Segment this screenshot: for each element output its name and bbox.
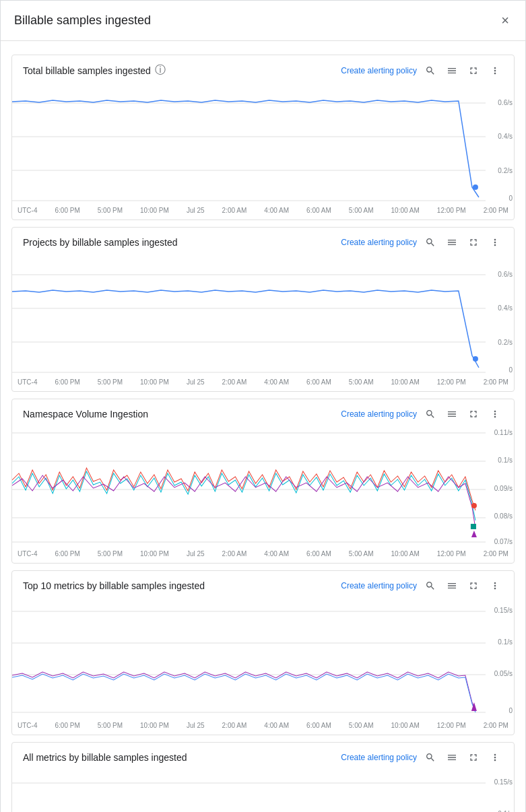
- dialog-title: Billable samples ingested: [14, 13, 151, 28]
- svg-point-9: [473, 356, 478, 362]
- chart-panel-1: Total billable samples ingested ⓘ Create…: [11, 55, 515, 220]
- chart-inner-3: 0.11/s 0.1/s 0.09/s 0.08/s 0.07/s: [12, 426, 514, 547]
- fullscreen-icon-3[interactable]: [465, 407, 482, 421]
- close-button[interactable]: ×: [498, 10, 512, 31]
- x-axis-3: UTC-4 6:00 PM 5:00 PM 10:00 PM Jul 25 2:…: [18, 547, 508, 563]
- x-label: 6:00 PM: [55, 207, 79, 214]
- x-label: 2:00 AM: [222, 722, 247, 729]
- more-icon-3[interactable]: [487, 407, 503, 421]
- more-icon-2[interactable]: [487, 236, 503, 249]
- y-label-3-4: 0.08/s: [494, 512, 513, 520]
- legend-icon-5[interactable]: [444, 751, 460, 764]
- legend-icon-4[interactable]: [444, 579, 460, 593]
- fullscreen-icon-4[interactable]: [465, 579, 482, 593]
- chart-plot-3: [12, 426, 486, 547]
- chart-wrapper-3: 0.11/s 0.1/s 0.09/s 0.08/s 0.07/s UTC-4 …: [12, 426, 514, 563]
- y-label-1-4: 0: [508, 195, 513, 202]
- chart-panel-4: Top 10 metrics by billable samples inges…: [11, 570, 515, 735]
- chart-title-3: Namespace Volume Ingestion: [23, 409, 148, 419]
- yaxis-col-1: 0.6/s 0.4/s 0.2/s 0: [486, 83, 514, 204]
- x-label: 12:00 PM: [437, 550, 466, 557]
- chart-header-3: Namespace Volume Ingestion Create alerti…: [12, 399, 514, 426]
- x-label: 6:00 AM: [306, 722, 331, 729]
- x-label: 6:00 PM: [55, 378, 79, 386]
- billable-samples-dialog: Billable samples ingested × Total billab…: [0, 0, 526, 812]
- x-label: 5:00 AM: [349, 550, 374, 557]
- chart-panel-3: Namespace Volume Ingestion Create alerti…: [11, 399, 515, 564]
- chart-plot-5: [12, 770, 486, 812]
- x-label: 5:00 AM: [349, 378, 374, 386]
- search-icon-1[interactable]: [422, 64, 438, 77]
- yaxis-col-5: 0.15/s 0.1/s 0.05/s 0: [486, 770, 514, 812]
- svg-point-15: [471, 503, 477, 508]
- chart-inner-4: 0.15/s 0.1/s 0.05/s 0: [12, 598, 514, 719]
- fullscreen-icon-2[interactable]: [465, 236, 482, 249]
- chart-actions-3: Create alerting policy: [341, 407, 503, 421]
- x-label: UTC-4: [18, 722, 37, 729]
- dialog-header: Billable samples ingested ×: [1, 1, 525, 41]
- chart-plot-2: [12, 255, 486, 376]
- chart-title-1: Total billable samples ingested: [23, 65, 151, 76]
- x-label: 10:00 AM: [391, 550, 420, 557]
- chart-title-area-1: Total billable samples ingested ⓘ: [23, 63, 166, 77]
- create-alert-link-2[interactable]: Create alerting policy: [341, 238, 417, 247]
- y-label-3-3: 0.09/s: [494, 484, 513, 492]
- x-label: 10:00 AM: [391, 722, 420, 729]
- chart-actions-5: Create alerting policy: [341, 751, 503, 764]
- x-label: 6:00 AM: [306, 378, 331, 386]
- fullscreen-icon-1[interactable]: [465, 64, 482, 77]
- chart-inner-5: 0.15/s 0.1/s 0.05/s 0: [12, 770, 514, 812]
- x-label: 2:00 AM: [222, 550, 247, 557]
- create-alert-link-4[interactable]: Create alerting policy: [341, 581, 417, 590]
- more-icon-4[interactable]: [487, 579, 503, 593]
- chart-panel-5: All metrics by billable samples ingested…: [11, 742, 515, 812]
- legend-icon-2[interactable]: [444, 236, 460, 249]
- chart-title-area-2: Projects by billable samples ingested: [23, 237, 178, 248]
- create-alert-link-3[interactable]: Create alerting policy: [341, 409, 417, 419]
- y-label-3-2: 0.1/s: [498, 456, 513, 464]
- chart-wrapper-1: 0.6/s 0.4/s 0.2/s 0 UTC-4 6:00 PM 5:00 P…: [12, 83, 514, 219]
- legend-icon-3[interactable]: [444, 407, 460, 421]
- search-icon-2[interactable]: [422, 236, 438, 249]
- chart-wrapper-5: 0.15/s 0.1/s 0.05/s 0 UTC-4 6:00 PM 5:00…: [12, 770, 514, 812]
- more-icon-5[interactable]: [487, 751, 503, 764]
- chart-title-4: Top 10 metrics by billable samples inges…: [23, 580, 205, 591]
- search-icon-3[interactable]: [422, 407, 438, 421]
- x-label: 10:00 PM: [140, 378, 169, 386]
- x-label: 5:00 AM: [349, 207, 374, 214]
- chart-wrapper-2: 0.6/s 0.4/s 0.2/s 0 UTC-4 6:00 PM 5:00 P…: [12, 255, 514, 391]
- yaxis-col-3: 0.11/s 0.1/s 0.09/s 0.08/s 0.07/s: [486, 426, 514, 547]
- x-label: 4:00 AM: [264, 378, 289, 386]
- x-label: 2:00 AM: [222, 378, 247, 386]
- x-label: 5:00 PM: [98, 207, 123, 214]
- svg-rect-16: [471, 524, 476, 529]
- x-label: 4:00 AM: [264, 722, 289, 729]
- y-label-4-1: 0.15/s: [494, 607, 513, 614]
- y-label-2-2: 0.4/s: [498, 304, 513, 312]
- x-label: 5:00 PM: [98, 550, 123, 557]
- chart-header-2: Projects by billable samples ingested Cr…: [12, 228, 514, 255]
- legend-icon-1[interactable]: [444, 64, 460, 77]
- y-label-2-1: 0.6/s: [498, 270, 513, 277]
- x-label: 10:00 PM: [140, 722, 169, 729]
- create-alert-link-1[interactable]: Create alerting policy: [341, 66, 417, 75]
- y-label-3-5: 0.07/s: [494, 538, 513, 545]
- search-icon-5[interactable]: [422, 751, 438, 764]
- chart-plot-4: [12, 598, 486, 719]
- x-label: 2:00 PM: [484, 378, 508, 386]
- y-label-5-2: 0.1/s: [498, 809, 513, 812]
- info-icon-1[interactable]: ⓘ: [155, 63, 166, 77]
- search-icon-4[interactable]: [422, 579, 438, 593]
- more-icon-1[interactable]: [487, 64, 503, 77]
- x-label: 6:00 AM: [306, 550, 331, 557]
- x-label: Jul 25: [187, 378, 205, 386]
- x-label: UTC-4: [18, 550, 37, 557]
- chart-title-area-5: All metrics by billable samples ingested: [23, 752, 187, 763]
- fullscreen-icon-5[interactable]: [465, 751, 482, 764]
- x-label: 2:00 PM: [484, 722, 508, 729]
- chart-title-area-3: Namespace Volume Ingestion: [23, 409, 148, 419]
- create-alert-link-5[interactable]: Create alerting policy: [341, 753, 417, 762]
- chart-actions-4: Create alerting policy: [341, 579, 503, 593]
- y-label-2-4: 0: [508, 366, 513, 374]
- x-axis-2: UTC-4 6:00 PM 5:00 PM 10:00 PM Jul 25 2:…: [18, 376, 508, 391]
